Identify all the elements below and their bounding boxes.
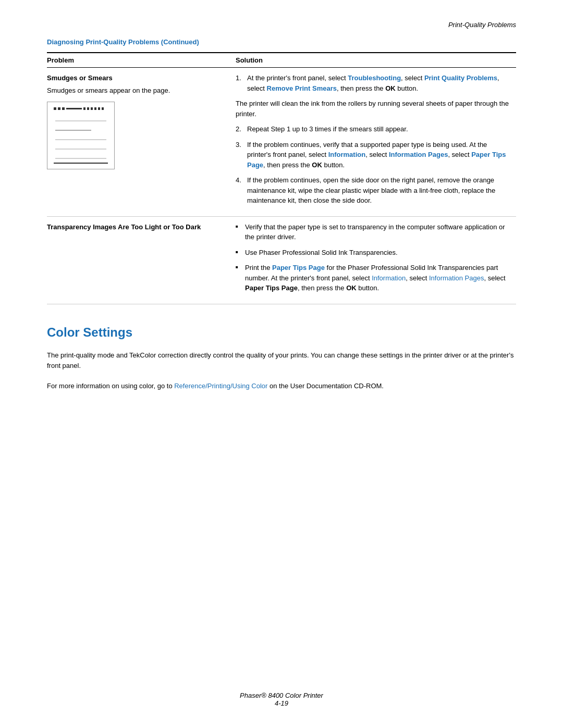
problem-title-transparency: Transparency Images Are Too Light or Too… (47, 222, 220, 232)
page-container: Print-Quality Problems Diagnosing Print-… (0, 0, 563, 443)
solution-list-transparency: Verify that the paper type is set to tra… (236, 222, 511, 293)
list-num-2: 2. (236, 124, 241, 134)
solution-cell-transparency: Verify that the paper type is set to tra… (225, 216, 516, 304)
dot3 (62, 107, 65, 110)
dot4 (83, 107, 85, 110)
dot2 (58, 107, 60, 110)
solution-bullet-1: Verify that the paper type is set to tra… (236, 222, 511, 242)
link-information-pages-1: Information Pages (389, 151, 448, 158)
ok-button-ref-1: OK (385, 84, 396, 92)
ok-button-ref-3: OK (346, 284, 357, 292)
header-title: Print-Quality Problems (448, 21, 516, 29)
dot6 (91, 107, 93, 110)
para2-after: on the User Documentation CD-ROM. (267, 382, 384, 390)
link-troubleshooting: Troubleshooting (348, 74, 401, 82)
section-heading: Diagnosing Print-Quality Problems (Conti… (47, 38, 516, 46)
solution-bullet-2: Use Phaser Professional Solid Ink Transp… (236, 248, 511, 258)
ok-button-ref-2: OK (312, 161, 322, 169)
printer-image (47, 102, 115, 169)
solution-item-3: 3. If the problem continues, verify that… (236, 140, 511, 170)
table-row: Smudges or Smears Smudges or smears appe… (47, 68, 516, 217)
problem-desc-smudges: Smudges or smears appear on the page. (47, 85, 220, 96)
para2-link[interactable]: Reference/Printing/Using Color (174, 382, 267, 390)
solution-paragraph-1: The printer will clean the ink from the … (236, 98, 511, 119)
paper-line-3 (55, 139, 106, 140)
problem-title-smudges: Smudges or Smears (47, 73, 220, 83)
table-row: Transparency Images Are Too Light or Too… (47, 216, 516, 304)
paper-line-5 (55, 158, 106, 159)
dot-line (66, 108, 82, 109)
link-remove-print-smears: Remove Print Smears (267, 84, 337, 92)
page-footer: Phaser® 8400 Color Printer 4-19 (0, 692, 563, 707)
link-information-2: Information (372, 274, 406, 282)
paper-line-2 (55, 130, 91, 131)
dot7 (94, 107, 96, 110)
list-num-3: 3. (236, 140, 241, 150)
paper-tips-page-ref: Paper Tips Page (245, 284, 298, 292)
dot8 (98, 107, 100, 110)
color-settings-para2: For more information on using color, go … (47, 381, 516, 392)
link-print-quality-problems: Print Quality Problems (424, 74, 497, 82)
footer-line1-text: Phaser® 8400 Color Printer (240, 692, 323, 699)
color-settings-title: Color Settings (47, 325, 516, 340)
link-information-pages-2: Information Pages (429, 274, 484, 282)
dot1 (54, 107, 56, 110)
link-information-1: Information (328, 151, 366, 158)
problem-cell-smudges: Smudges or Smears Smudges or smears appe… (47, 68, 225, 217)
printer-image-inner (47, 102, 114, 169)
dot5 (87, 107, 89, 110)
link-paper-tips-1: Paper Tips Page (247, 151, 506, 169)
list-num-1: 1. (236, 73, 241, 83)
solution-item-2: 2. Repeat Step 1 up to 3 times if the sm… (236, 124, 511, 134)
paper-bottom-line (54, 163, 108, 164)
table-header-solution: Solution (225, 53, 516, 68)
table-header-problem: Problem (47, 53, 225, 68)
solution-item-1: 1. At the printer's front panel, select … (236, 73, 511, 93)
paper-content (55, 120, 106, 167)
printer-dots (54, 107, 104, 110)
paper-line-4 (55, 149, 106, 150)
solution-list-smudges: 1. At the printer's front panel, select … (236, 73, 511, 206)
problem-cell-transparency: Transparency Images Are Too Light or Too… (47, 216, 225, 304)
page-header: Print-Quality Problems (47, 21, 516, 29)
list-num-4: 4. (236, 175, 241, 186)
solution-cell-smudges: 1. At the printer's front panel, select … (225, 68, 516, 217)
color-settings-section: Color Settings The print-quality mode an… (47, 325, 516, 392)
footer-line2: 4-19 (0, 699, 563, 707)
para2-before: For more information on using color, go … (47, 382, 174, 390)
solution-item-4: 4. If the problem continues, open the si… (236, 175, 511, 206)
problem-table: Problem Solution Smudges or Smears Smudg… (47, 52, 516, 304)
link-paper-tips-2: Paper Tips Page (272, 264, 325, 272)
color-settings-para1: The print-quality mode and TekColor corr… (47, 350, 516, 372)
dot9 (102, 107, 104, 110)
footer-line1: Phaser® 8400 Color Printer (0, 692, 563, 699)
solution-bullet-3: Print the Paper Tips Page for the Phaser… (236, 263, 511, 293)
paper-line-1 (55, 120, 106, 121)
